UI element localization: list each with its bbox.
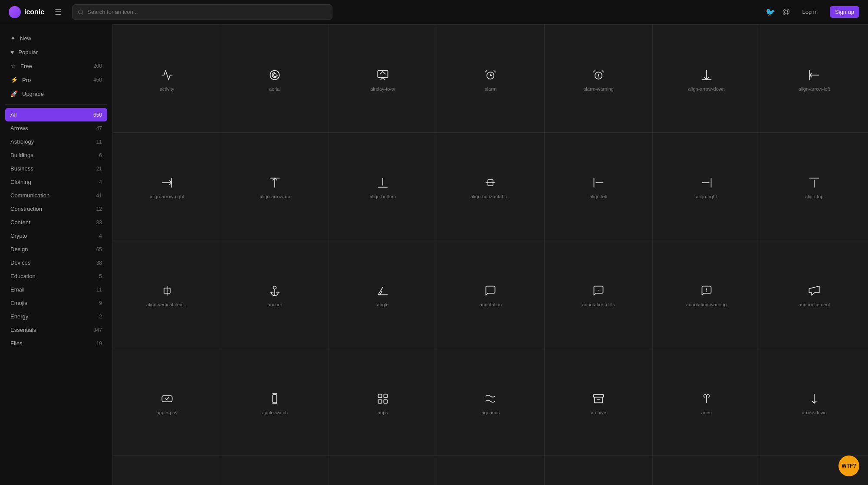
hamburger-menu[interactable]: ☰ [51, 6, 65, 19]
sidebar-category-count: 12 [96, 206, 102, 212]
alarm-icon [484, 69, 496, 81]
sidebar-category-label: Astrology [10, 138, 92, 145]
icon-cell-anchor[interactable]: anchor [221, 240, 329, 348]
sidebar-category-label: Business [10, 165, 92, 172]
icon-cell-annotation-dots[interactable]: annotation-dots [545, 240, 652, 348]
icon-cell-apps[interactable]: apps [329, 348, 437, 456]
sidebar-item-clothing[interactable]: Clothing 4 [5, 175, 107, 189]
icon-cell-airplay-to-tv[interactable]: airplay-to-tv [329, 25, 437, 132]
sidebar-category-label: Energy [10, 313, 95, 320]
icon-cell-align-top[interactable]: align-top [760, 133, 868, 240]
sidebar-item-label: Free [20, 63, 89, 69]
align-right-icon [700, 177, 713, 189]
icon-cell-arrow-down[interactable]: arrow-down [760, 348, 868, 456]
icon-cell-name: align-right [696, 194, 717, 199]
icon-cell-alarm[interactable]: alarm [437, 25, 545, 132]
sidebar-item-communication[interactable]: Communication 41 [5, 189, 107, 202]
sidebar-item-buildings[interactable]: Buildings 6 [5, 148, 107, 162]
sidebar-item-crypto[interactable]: Crypto 4 [5, 229, 107, 242]
sidebar-item-education[interactable]: Education 5 [5, 269, 107, 283]
search-bar[interactable] [72, 4, 332, 20]
svg-line-11 [602, 70, 604, 72]
sidebar-category-label: Arrows [10, 125, 92, 131]
align-arrow-down-icon [700, 69, 713, 81]
icon-cell-archive[interactable]: archive [545, 348, 652, 456]
sidebar-category-count: 11 [96, 139, 102, 145]
icon-cell-arrow-down-right[interactable]: arrow-down-right [437, 456, 545, 485]
icon-cell-name: align-arrow-right [150, 194, 184, 199]
align-arrow-right-icon [161, 177, 173, 189]
icon-cell-arrow-left[interactable]: arrow-left [653, 456, 760, 485]
icon-cell-align-arrow-right[interactable]: align-arrow-right [113, 133, 221, 240]
icon-cell-align-arrow-left[interactable]: align-arrow-left [760, 25, 868, 132]
twitter-icon[interactable]: 🐦 [766, 7, 775, 17]
sidebar-item-content[interactable]: Content 83 [5, 216, 107, 229]
activity-icon [161, 69, 173, 81]
angle-icon [377, 285, 389, 297]
sidebar-item-popular[interactable]: ♥ Popular [5, 45, 107, 59]
icon-cell-name: activity [160, 86, 174, 92]
icon-cell-aries[interactable]: aries [653, 348, 760, 456]
sidebar-item-essentials[interactable]: Essentials 347 [5, 323, 107, 337]
sidebar-category-label: Files [10, 340, 92, 347]
icon-cell-apple-watch[interactable]: apple-watch [221, 348, 329, 456]
icon-cell-arrow-down-left[interactable]: arrow-down-left [221, 456, 329, 485]
star-icon: ☆ [10, 62, 16, 69]
archive-icon [592, 393, 605, 405]
sidebar-item-all[interactable]: All 650 [5, 108, 107, 121]
icon-cell-apple-pay[interactable]: apple-pay [113, 348, 221, 456]
icon-cell-align-arrow-up[interactable]: align-arrow-up [221, 133, 329, 240]
at-icon[interactable]: @ [782, 7, 790, 16]
sidebar-item-astrology[interactable]: Astrology 11 [5, 135, 107, 148]
sidebar-item-business[interactable]: Business 21 [5, 162, 107, 175]
icon-cell-name: align-vertical-cent... [146, 302, 187, 307]
sidebar-category-label: Design [10, 246, 92, 252]
login-button[interactable]: Log in [797, 6, 822, 18]
wtf-button[interactable]: WTF? [838, 456, 859, 476]
sidebar-category-label: Communication [10, 192, 92, 199]
icon-cell-arrow-target[interactable]: arrow-target [545, 456, 652, 485]
icon-cell-activity[interactable]: activity [113, 25, 221, 132]
icon-cell-name: aries [701, 410, 712, 415]
sidebar-item-devices[interactable]: Devices 38 [5, 256, 107, 269]
icon-cell-align-horizontal-c...[interactable]: align-horizontal-c... [437, 133, 545, 240]
icon-cell-align-right[interactable]: align-right [653, 133, 760, 240]
icon-cell-align-bottom[interactable]: align-bottom [329, 133, 437, 240]
sidebar-item-free[interactable]: ☆ Free 200 [5, 59, 107, 73]
sidebar-category-count: 6 [99, 152, 102, 158]
icon-cell-aerial[interactable]: aerial [221, 25, 329, 132]
sidebar-item-arrows[interactable]: Arrows 47 [5, 121, 107, 135]
icon-cell-align-left[interactable]: align-left [545, 133, 652, 240]
icon-cell-name: aquarius [481, 410, 500, 415]
icon-cell-name: alarm-warning [583, 86, 614, 92]
icon-cell-annotation[interactable]: annotation [437, 240, 545, 348]
logo[interactable]: iconic [9, 6, 44, 18]
sidebar-item-new[interactable]: ✦ New [5, 31, 107, 45]
sidebar-item-email[interactable]: Email 11 [5, 283, 107, 296]
sidebar-category-count: 2 [99, 314, 102, 320]
sidebar-item-energy[interactable]: Energy 2 [5, 310, 107, 323]
sidebar-item-emojis[interactable]: Emojis 9 [5, 296, 107, 310]
align-top-icon [808, 177, 820, 189]
sidebar-item-label: Pro [22, 77, 89, 83]
icon-cell-announcement[interactable]: announcement [760, 240, 868, 348]
sidebar-item-pro[interactable]: ⚡ Pro 450 [5, 73, 107, 87]
svg-rect-51 [593, 394, 603, 397]
icon-cell-arrow-down-circle[interactable]: arrow-down-circle [113, 456, 221, 485]
icon-cell-name: align-bottom [370, 194, 396, 199]
sidebar-item-construction[interactable]: Construction 12 [5, 202, 107, 216]
icon-cell-arrow-circle[interactable]: arrow-circle [329, 456, 437, 485]
icon-cell-aquarius[interactable]: aquarius [437, 348, 545, 456]
signup-button[interactable]: Sign up [830, 6, 859, 18]
search-input[interactable] [87, 9, 327, 15]
sidebar-item-files[interactable]: Files 19 [5, 337, 107, 350]
icon-cell-align-arrow-down[interactable]: align-arrow-down [653, 25, 760, 132]
icon-cell-annotation-warning[interactable]: annotation-warning [653, 240, 760, 348]
icon-cell-alarm-warning[interactable]: alarm-warning [545, 25, 652, 132]
annotation-warning-icon [700, 285, 713, 297]
icon-cell-align-vertical-cent...[interactable]: align-vertical-cent... [113, 240, 221, 348]
sidebar-category-count: 4 [99, 179, 102, 185]
sidebar-item-upgrade[interactable]: 🚀 Upgrade [5, 87, 107, 101]
icon-cell-angle[interactable]: angle [329, 240, 437, 348]
sidebar-item-design[interactable]: Design 65 [5, 242, 107, 256]
